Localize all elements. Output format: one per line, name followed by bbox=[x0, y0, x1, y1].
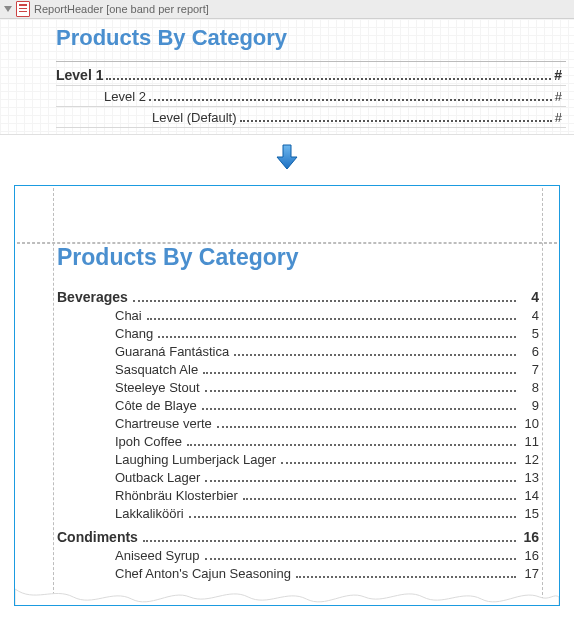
toc-item-label: Lakkalikööri bbox=[115, 506, 187, 521]
collapse-triangle-icon[interactable] bbox=[4, 6, 12, 12]
toc-item-page: 9 bbox=[518, 398, 539, 413]
divider bbox=[56, 61, 566, 62]
toc-item-page: 11 bbox=[518, 434, 539, 449]
toc-item-label: Rhönbräu Klosterbier bbox=[115, 488, 241, 503]
report-header-icon bbox=[16, 1, 30, 17]
toc-item-label: Chef Anton's Cajun Seasoning bbox=[115, 566, 294, 581]
toc-level-label: Level (Default) bbox=[152, 110, 237, 125]
toc-leader-dots bbox=[205, 390, 516, 392]
toc-leader-dots bbox=[234, 354, 516, 356]
toc-level-row[interactable]: Level (Default) # bbox=[56, 107, 566, 128]
toc-leader-dots bbox=[187, 444, 516, 446]
toc-item-page: 10 bbox=[518, 416, 539, 431]
toc-category-label: Beverages bbox=[57, 289, 131, 305]
toc-item-label: Steeleye Stout bbox=[115, 380, 203, 395]
toc-leader-dots bbox=[205, 558, 516, 560]
toc-category-row: Beverages4 bbox=[57, 289, 539, 305]
toc-item-row: Chang5 bbox=[57, 326, 539, 341]
design-canvas[interactable]: Products By Category Level 1 # Level 2 #… bbox=[0, 19, 574, 135]
toc-leader-dots bbox=[147, 318, 516, 320]
toc-item-row: Chef Anton's Cajun Seasoning17 bbox=[57, 566, 539, 581]
toc-level-row[interactable]: Level 2 # bbox=[56, 86, 566, 107]
toc-leader-dots bbox=[217, 426, 516, 428]
toc-item-row: Laughing Lumberjack Lager12 bbox=[57, 452, 539, 467]
toc-leader-dots bbox=[189, 516, 516, 518]
band-header[interactable]: ReportHeader [one band per report] bbox=[0, 0, 574, 19]
toc-item-row: Chai4 bbox=[57, 308, 539, 323]
transform-arrow bbox=[0, 135, 574, 185]
toc-level-label: Level 1 bbox=[56, 67, 103, 83]
toc-leader-dots bbox=[296, 576, 516, 578]
toc-item-label: Outback Lager bbox=[115, 470, 203, 485]
toc-item-label: Chartreuse verte bbox=[115, 416, 215, 431]
toc-item-label: Sasquatch Ale bbox=[115, 362, 201, 377]
toc-leader-dots bbox=[243, 498, 516, 500]
toc-item-row: Côte de Blaye9 bbox=[57, 398, 539, 413]
toc-item-page: 16 bbox=[518, 548, 539, 563]
toc-item-page: 14 bbox=[518, 488, 539, 503]
toc-item-row: Steeleye Stout8 bbox=[57, 380, 539, 395]
toc-item-page: 4 bbox=[518, 308, 539, 323]
toc-leader-dots bbox=[158, 336, 516, 338]
toc-item-row: Sasquatch Ale7 bbox=[57, 362, 539, 377]
toc-leader-dots bbox=[202, 408, 516, 410]
arrow-down-icon bbox=[273, 143, 301, 171]
toc-leader-dots bbox=[205, 480, 516, 482]
toc-level-label: Level 2 bbox=[104, 89, 146, 104]
toc-category-page: 16 bbox=[518, 529, 539, 545]
toc-item-row: Outback Lager13 bbox=[57, 470, 539, 485]
toc-item-label: Laughing Lumberjack Lager bbox=[115, 452, 279, 467]
toc-item-label: Chai bbox=[115, 308, 145, 323]
toc-item-page: 5 bbox=[518, 326, 539, 341]
toc-level-row[interactable]: Level 1 # bbox=[56, 64, 566, 86]
toc-container: Beverages4Chai4Chang5Guaraná Fantástica6… bbox=[57, 289, 539, 581]
report-designer: ReportHeader [one band per report] Produ… bbox=[0, 0, 574, 135]
toc-item-row: Chartreuse verte10 bbox=[57, 416, 539, 431]
report-preview: Products By Category Beverages4Chai4Chan… bbox=[14, 185, 560, 606]
toc-item-row: Rhönbräu Klosterbier14 bbox=[57, 488, 539, 503]
toc-item-label: Aniseed Syrup bbox=[115, 548, 203, 563]
toc-leader-dots bbox=[106, 78, 551, 80]
preview-body: Products By Category Beverages4Chai4Chan… bbox=[17, 188, 557, 581]
toc-leader-dots bbox=[149, 99, 552, 101]
toc-category-label: Condiments bbox=[57, 529, 141, 545]
toc-level-page: # bbox=[554, 67, 566, 83]
report-title-design[interactable]: Products By Category bbox=[56, 21, 566, 59]
toc-item-label: Côte de Blaye bbox=[115, 398, 200, 413]
toc-item-label: Guaraná Fantástica bbox=[115, 344, 232, 359]
toc-item-label: Ipoh Coffee bbox=[115, 434, 185, 449]
toc-leader-dots bbox=[281, 462, 516, 464]
toc-item-label: Chang bbox=[115, 326, 156, 341]
toc-item-row: Guaraná Fantástica6 bbox=[57, 344, 539, 359]
band-header-label: ReportHeader [one band per report] bbox=[34, 3, 209, 15]
toc-item-page: 7 bbox=[518, 362, 539, 377]
toc-category-page: 4 bbox=[518, 289, 539, 305]
toc-item-page: 17 bbox=[518, 566, 539, 581]
torn-edge-icon bbox=[15, 585, 559, 605]
toc-item-row: Lakkalikööri15 bbox=[57, 506, 539, 521]
torn-page-edge bbox=[15, 585, 559, 605]
toc-category-row: Condiments16 bbox=[57, 529, 539, 545]
toc-item-page: 8 bbox=[518, 380, 539, 395]
toc-item-page: 6 bbox=[518, 344, 539, 359]
toc-item-page: 15 bbox=[518, 506, 539, 521]
toc-item-page: 13 bbox=[518, 470, 539, 485]
toc-leader-dots bbox=[240, 120, 552, 122]
toc-item-row: Ipoh Coffee11 bbox=[57, 434, 539, 449]
toc-level-page: # bbox=[555, 89, 566, 104]
toc-level-page: # bbox=[555, 110, 566, 125]
toc-item-row: Aniseed Syrup16 bbox=[57, 548, 539, 563]
toc-leader-dots bbox=[203, 372, 516, 374]
toc-item-page: 12 bbox=[518, 452, 539, 467]
toc-leader-dots bbox=[133, 300, 516, 302]
toc-leader-dots bbox=[143, 540, 516, 542]
report-title: Products By Category bbox=[57, 244, 539, 271]
